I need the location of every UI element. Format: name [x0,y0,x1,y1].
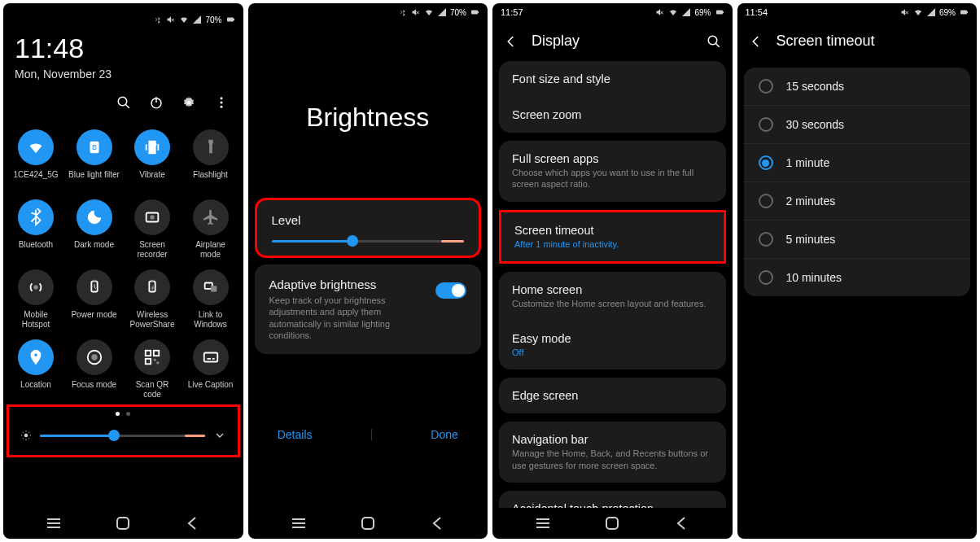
setting-title: Font size and style [512,72,713,85]
mute-status-icon [655,7,665,17]
adaptive-brightness-card[interactable]: Adaptive brightness Keep track of your b… [255,264,482,354]
svg-rect-52 [723,11,724,13]
quick-settings-grid: 1CE424_5GBBlue light filterVibrateFlashl… [3,125,243,404]
wifi-status-icon [913,7,923,17]
back-icon[interactable] [504,34,518,49]
back-button[interactable] [182,516,203,531]
details-button[interactable]: Details [278,428,313,441]
location-icon [18,339,54,375]
qs-tile-caption[interactable]: Live Caption [185,339,237,400]
battery-percent: 69% [694,8,711,17]
setting-item[interactable]: Font size and style [499,61,726,97]
setting-item[interactable]: Full screen appsChoose which apps you wa… [499,141,726,202]
qs-tile-vibrate[interactable]: Vibrate [126,129,178,190]
qs-tile-airplane[interactable]: Airplane mode [185,199,237,260]
option-label: 1 minute [786,156,830,169]
setting-item[interactable]: Home screenCustomize the Home screen lay… [499,272,726,321]
svg-text:B: B [91,143,96,151]
brightness-slider[interactable] [40,435,205,437]
power-icon [77,269,112,305]
timeout-option[interactable]: 30 seconds [744,105,971,143]
hotspot-icon [18,269,54,305]
qs-tile-powershare[interactable]: Wireless PowerShare [126,269,178,330]
power-icon[interactable] [149,95,164,110]
chevron-down-icon[interactable] [213,429,226,442]
option-label: 10 minutes [786,271,842,284]
display-settings-screen: 11:57 69% Display Font size and styleScr… [492,3,733,539]
radio-button[interactable] [759,194,773,208]
svg-point-2 [118,97,127,106]
battery-status-icon [470,7,479,17]
more-icon[interactable] [214,95,229,110]
setting-item[interactable]: Edge screen [499,378,726,413]
qs-tile-label: Location [20,380,51,400]
back-icon[interactable] [749,34,763,49]
qs-tile-darkmode[interactable]: Dark mode [68,199,120,260]
svg-point-8 [220,102,222,104]
option-label: 5 minutes [786,233,836,246]
svg-rect-50 [362,518,374,529]
settings-list[interactable]: Font size and styleScreen zoomFull scree… [492,61,733,508]
recents-button[interactable] [532,516,553,531]
setting-item[interactable]: Screen zoom [499,97,726,133]
page-indicator[interactable] [9,407,238,421]
home-button[interactable] [112,516,133,531]
svg-rect-58 [606,518,618,529]
back-button[interactable] [671,516,692,531]
radio-button[interactable] [759,232,773,247]
quick-settings-panel: 70% 11:48 Mon, November 23 1CE424_5GBBlu… [3,3,243,539]
timeout-option[interactable]: 2 minutes [744,181,971,220]
status-time: 11:57 [501,7,533,17]
adaptive-toggle[interactable] [435,282,466,299]
search-icon[interactable] [707,34,721,49]
gear-icon[interactable] [182,95,196,110]
radio-button[interactable] [759,117,773,132]
qs-tile-label: Vibrate [139,170,165,190]
qs-tile-focus[interactable]: Focus mode [68,339,120,400]
brightness-slider[interactable] [272,240,465,243]
qs-tile-location[interactable]: Location [10,339,62,400]
home-button[interactable] [357,516,378,531]
qs-tile-link[interactable]: Link to Windows [185,269,237,330]
qs-tile-bluetooth[interactable]: Bluetooth [10,199,62,260]
setting-item[interactable]: Navigation barManage the Home, Back, and… [499,422,726,483]
setting-item[interactable]: Screen timeoutAfter 1 minute of inactivi… [499,210,726,264]
qs-tile-bluelight[interactable]: BBlue light filter [68,129,120,190]
timeout-option[interactable]: 5 minutes [744,220,971,258]
option-label: 2 minutes [786,195,836,208]
vibrate-icon [134,129,170,165]
radio-button[interactable] [759,270,773,285]
setting-subtitle: Choose which apps you want to use in the… [512,167,713,190]
radio-button[interactable] [759,155,773,170]
setting-item[interactable]: Accidental touch protection [499,491,726,508]
setting-subtitle: After 1 minute of inactivity. [514,238,711,250]
qs-tile-wifi[interactable]: 1CE424_5G [10,129,62,190]
setting-item[interactable]: Easy modeOff [499,321,726,369]
nav-bar [3,508,243,539]
recents-button[interactable] [288,516,309,531]
svg-rect-46 [478,11,479,13]
qs-tile-hotspot[interactable]: Mobile Hotspot [10,269,62,330]
back-button[interactable] [427,516,448,531]
qs-tile-qr[interactable]: Scan QR code [126,339,178,400]
qs-tile-record[interactable]: Screen recorder [126,199,178,260]
setting-title: Screen zoom [512,108,713,121]
clock-time: 11:48 [3,23,243,64]
home-button[interactable] [602,516,623,531]
timeout-options-list: 15 seconds30 seconds1 minute2 minutes5 m… [737,61,978,303]
qs-tile-power[interactable]: Power mode [68,269,120,330]
done-button[interactable]: Done [431,428,457,441]
bluetooth-status-icon [398,7,408,17]
timeout-option[interactable]: 10 minutes [744,258,971,296]
signal-status-icon [437,7,447,17]
radio-button[interactable] [759,79,773,94]
bluetooth-icon [18,199,54,235]
setting-subtitle: Manage the Home, Back, and Recents butto… [512,448,713,471]
qs-tile-flashlight[interactable]: Flashlight [185,129,237,190]
brightness-panel: 70% Brightness Level Adaptive brightness… [248,3,488,539]
search-icon[interactable] [116,95,131,110]
recents-button[interactable] [43,516,64,531]
timeout-option[interactable]: 1 minute [744,143,971,181]
page-title: Brightness [248,21,488,198]
timeout-option[interactable]: 15 seconds [744,68,971,105]
